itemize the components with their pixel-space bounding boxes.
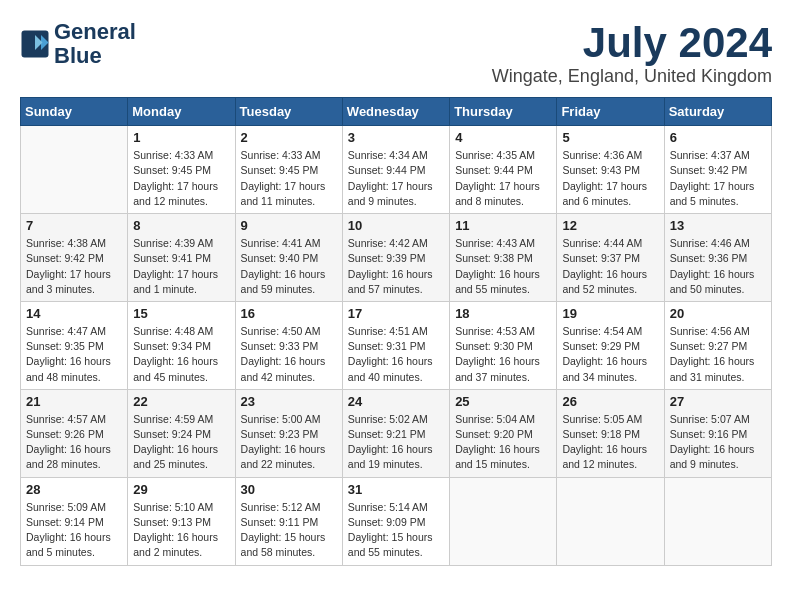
- day-number: 19: [562, 306, 658, 321]
- day-number: 8: [133, 218, 229, 233]
- calendar-cell: [450, 477, 557, 565]
- calendar-cell: 7Sunrise: 4:38 AMSunset: 9:42 PMDaylight…: [21, 214, 128, 302]
- cell-details: Sunrise: 4:56 AMSunset: 9:27 PMDaylight:…: [670, 324, 766, 385]
- week-row-4: 21Sunrise: 4:57 AMSunset: 9:26 PMDayligh…: [21, 389, 772, 477]
- calendar-cell: 31Sunrise: 5:14 AMSunset: 9:09 PMDayligh…: [342, 477, 449, 565]
- cell-details: Sunrise: 5:12 AMSunset: 9:11 PMDaylight:…: [241, 500, 337, 561]
- calendar-table: SundayMondayTuesdayWednesdayThursdayFrid…: [20, 97, 772, 565]
- calendar-cell: 17Sunrise: 4:51 AMSunset: 9:31 PMDayligh…: [342, 301, 449, 389]
- cell-details: Sunrise: 4:48 AMSunset: 9:34 PMDaylight:…: [133, 324, 229, 385]
- calendar-cell: 16Sunrise: 4:50 AMSunset: 9:33 PMDayligh…: [235, 301, 342, 389]
- calendar-cell: 26Sunrise: 5:05 AMSunset: 9:18 PMDayligh…: [557, 389, 664, 477]
- cell-details: Sunrise: 4:59 AMSunset: 9:24 PMDaylight:…: [133, 412, 229, 473]
- day-number: 23: [241, 394, 337, 409]
- cell-details: Sunrise: 4:36 AMSunset: 9:43 PMDaylight:…: [562, 148, 658, 209]
- calendar-cell: [664, 477, 771, 565]
- cell-details: Sunrise: 4:33 AMSunset: 9:45 PMDaylight:…: [241, 148, 337, 209]
- cell-details: Sunrise: 4:44 AMSunset: 9:37 PMDaylight:…: [562, 236, 658, 297]
- day-header-thursday: Thursday: [450, 98, 557, 126]
- calendar-cell: 18Sunrise: 4:53 AMSunset: 9:30 PMDayligh…: [450, 301, 557, 389]
- title-block: July 2024 Wingate, England, United Kingd…: [492, 20, 772, 87]
- calendar-cell: 3Sunrise: 4:34 AMSunset: 9:44 PMDaylight…: [342, 126, 449, 214]
- cell-details: Sunrise: 4:41 AMSunset: 9:40 PMDaylight:…: [241, 236, 337, 297]
- calendar-cell: 19Sunrise: 4:54 AMSunset: 9:29 PMDayligh…: [557, 301, 664, 389]
- calendar-cell: 12Sunrise: 4:44 AMSunset: 9:37 PMDayligh…: [557, 214, 664, 302]
- calendar-cell: [557, 477, 664, 565]
- calendar-cell: 11Sunrise: 4:43 AMSunset: 9:38 PMDayligh…: [450, 214, 557, 302]
- cell-details: Sunrise: 4:53 AMSunset: 9:30 PMDaylight:…: [455, 324, 551, 385]
- cell-details: Sunrise: 4:34 AMSunset: 9:44 PMDaylight:…: [348, 148, 444, 209]
- cell-details: Sunrise: 5:09 AMSunset: 9:14 PMDaylight:…: [26, 500, 122, 561]
- calendar-cell: 13Sunrise: 4:46 AMSunset: 9:36 PMDayligh…: [664, 214, 771, 302]
- calendar-cell: 22Sunrise: 4:59 AMSunset: 9:24 PMDayligh…: [128, 389, 235, 477]
- calendar-cell: 25Sunrise: 5:04 AMSunset: 9:20 PMDayligh…: [450, 389, 557, 477]
- calendar-cell: [21, 126, 128, 214]
- day-number: 26: [562, 394, 658, 409]
- calendar-cell: 6Sunrise: 4:37 AMSunset: 9:42 PMDaylight…: [664, 126, 771, 214]
- calendar-cell: 23Sunrise: 5:00 AMSunset: 9:23 PMDayligh…: [235, 389, 342, 477]
- calendar-cell: 20Sunrise: 4:56 AMSunset: 9:27 PMDayligh…: [664, 301, 771, 389]
- cell-details: Sunrise: 4:46 AMSunset: 9:36 PMDaylight:…: [670, 236, 766, 297]
- day-number: 7: [26, 218, 122, 233]
- calendar-cell: 28Sunrise: 5:09 AMSunset: 9:14 PMDayligh…: [21, 477, 128, 565]
- cell-details: Sunrise: 4:47 AMSunset: 9:35 PMDaylight:…: [26, 324, 122, 385]
- day-number: 11: [455, 218, 551, 233]
- day-header-friday: Friday: [557, 98, 664, 126]
- calendar-cell: 8Sunrise: 4:39 AMSunset: 9:41 PMDaylight…: [128, 214, 235, 302]
- calendar-cell: 30Sunrise: 5:12 AMSunset: 9:11 PMDayligh…: [235, 477, 342, 565]
- calendar-cell: 9Sunrise: 4:41 AMSunset: 9:40 PMDaylight…: [235, 214, 342, 302]
- calendar-cell: 1Sunrise: 4:33 AMSunset: 9:45 PMDaylight…: [128, 126, 235, 214]
- cell-details: Sunrise: 4:35 AMSunset: 9:44 PMDaylight:…: [455, 148, 551, 209]
- day-number: 12: [562, 218, 658, 233]
- day-number: 25: [455, 394, 551, 409]
- calendar-cell: 29Sunrise: 5:10 AMSunset: 9:13 PMDayligh…: [128, 477, 235, 565]
- calendar-cell: 15Sunrise: 4:48 AMSunset: 9:34 PMDayligh…: [128, 301, 235, 389]
- calendar-cell: 10Sunrise: 4:42 AMSunset: 9:39 PMDayligh…: [342, 214, 449, 302]
- week-row-5: 28Sunrise: 5:09 AMSunset: 9:14 PMDayligh…: [21, 477, 772, 565]
- cell-details: Sunrise: 4:39 AMSunset: 9:41 PMDaylight:…: [133, 236, 229, 297]
- day-number: 10: [348, 218, 444, 233]
- day-number: 3: [348, 130, 444, 145]
- week-row-2: 7Sunrise: 4:38 AMSunset: 9:42 PMDaylight…: [21, 214, 772, 302]
- day-number: 31: [348, 482, 444, 497]
- day-header-monday: Monday: [128, 98, 235, 126]
- cell-details: Sunrise: 5:04 AMSunset: 9:20 PMDaylight:…: [455, 412, 551, 473]
- calendar-cell: 5Sunrise: 4:36 AMSunset: 9:43 PMDaylight…: [557, 126, 664, 214]
- calendar-cell: 27Sunrise: 5:07 AMSunset: 9:16 PMDayligh…: [664, 389, 771, 477]
- location: Wingate, England, United Kingdom: [492, 66, 772, 87]
- day-number: 14: [26, 306, 122, 321]
- day-number: 20: [670, 306, 766, 321]
- day-number: 28: [26, 482, 122, 497]
- day-number: 30: [241, 482, 337, 497]
- month-title: July 2024: [492, 20, 772, 66]
- cell-details: Sunrise: 4:38 AMSunset: 9:42 PMDaylight:…: [26, 236, 122, 297]
- logo: General Blue: [20, 20, 136, 68]
- day-number: 6: [670, 130, 766, 145]
- calendar-cell: 4Sunrise: 4:35 AMSunset: 9:44 PMDaylight…: [450, 126, 557, 214]
- cell-details: Sunrise: 4:54 AMSunset: 9:29 PMDaylight:…: [562, 324, 658, 385]
- day-number: 1: [133, 130, 229, 145]
- calendar-cell: 21Sunrise: 4:57 AMSunset: 9:26 PMDayligh…: [21, 389, 128, 477]
- day-number: 5: [562, 130, 658, 145]
- calendar-cell: 24Sunrise: 5:02 AMSunset: 9:21 PMDayligh…: [342, 389, 449, 477]
- day-number: 24: [348, 394, 444, 409]
- cell-details: Sunrise: 5:14 AMSunset: 9:09 PMDaylight:…: [348, 500, 444, 561]
- day-header-saturday: Saturday: [664, 98, 771, 126]
- day-number: 16: [241, 306, 337, 321]
- cell-details: Sunrise: 5:02 AMSunset: 9:21 PMDaylight:…: [348, 412, 444, 473]
- day-header-sunday: Sunday: [21, 98, 128, 126]
- cell-details: Sunrise: 5:10 AMSunset: 9:13 PMDaylight:…: [133, 500, 229, 561]
- day-number: 13: [670, 218, 766, 233]
- cell-details: Sunrise: 4:50 AMSunset: 9:33 PMDaylight:…: [241, 324, 337, 385]
- day-number: 18: [455, 306, 551, 321]
- day-number: 2: [241, 130, 337, 145]
- calendar-cell: 14Sunrise: 4:47 AMSunset: 9:35 PMDayligh…: [21, 301, 128, 389]
- logo-icon: [20, 29, 50, 59]
- day-number: 29: [133, 482, 229, 497]
- cell-details: Sunrise: 4:57 AMSunset: 9:26 PMDaylight:…: [26, 412, 122, 473]
- day-number: 4: [455, 130, 551, 145]
- logo-text: General Blue: [54, 20, 136, 68]
- cell-details: Sunrise: 4:42 AMSunset: 9:39 PMDaylight:…: [348, 236, 444, 297]
- cell-details: Sunrise: 5:05 AMSunset: 9:18 PMDaylight:…: [562, 412, 658, 473]
- day-number: 15: [133, 306, 229, 321]
